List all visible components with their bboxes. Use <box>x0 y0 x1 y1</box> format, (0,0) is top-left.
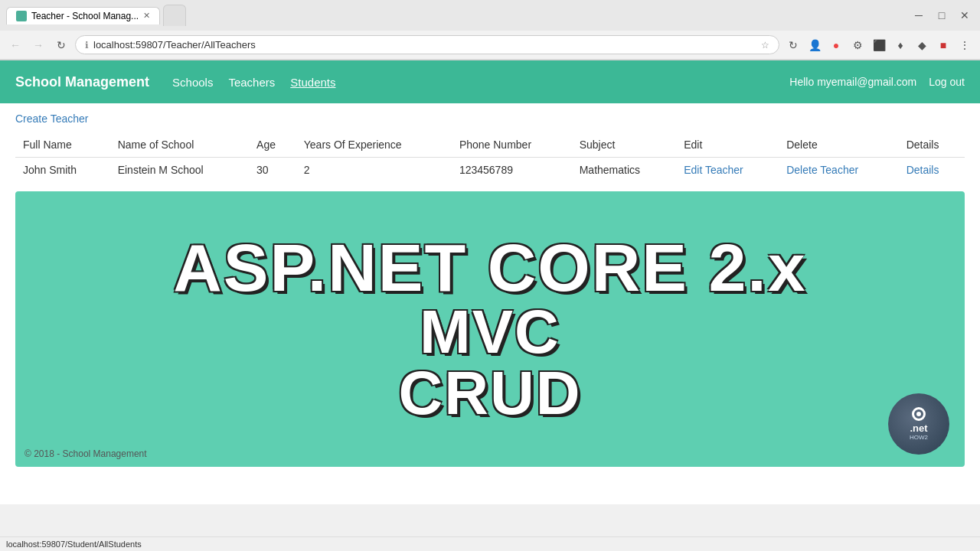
menu-icon[interactable]: ⋮ <box>956 36 974 54</box>
addon2-icon[interactable]: ⚙ <box>848 36 867 54</box>
tab-close-button[interactable]: ✕ <box>143 11 150 21</box>
banner-line1: ASP.NET CORE 2.x <box>173 234 807 302</box>
details-link[interactable]: Details <box>906 164 939 176</box>
table-row: John Smith Einstein M School 30 2 123456… <box>15 158 965 183</box>
table-header-row: Full Name Name of School Age Years Of Ex… <box>15 132 965 158</box>
extensions-icon[interactable]: ↻ <box>784 36 802 54</box>
cell-subject: Mathematics <box>572 158 676 183</box>
tab-favicon <box>16 11 27 21</box>
cell-delete: Delete Teacher <box>779 158 898 183</box>
nav-schools[interactable]: Schools <box>172 71 213 93</box>
browser-tab[interactable]: Teacher - School Manag... ✕ <box>6 7 160 24</box>
navbar-brand: School Management <box>15 74 149 90</box>
cell-fullname: John Smith <box>15 158 110 183</box>
address-bar-icon: ℹ <box>85 40 89 51</box>
col-delete: Delete <box>779 132 898 158</box>
logo-sub: HOW2 <box>910 434 928 441</box>
forward-button[interactable]: → <box>29 36 47 54</box>
new-tab-button[interactable] <box>163 5 186 26</box>
toolbar-icons: ↻ 👤 ● ⚙ ⬛ ♦ ◆ ■ ⋮ <box>784 36 974 54</box>
banner-line3: CRUD <box>398 363 581 424</box>
col-subject: Subject <box>572 132 676 158</box>
app-page: School Management Schools Teachers Stude… <box>0 60 980 504</box>
cell-phone: 123456789 <box>452 158 572 183</box>
cell-school: Einstein M School <box>110 158 249 183</box>
content-area: Create Teacher Full Name Name of School … <box>0 103 980 191</box>
banner-footer: © 2018 - School Management <box>24 448 147 459</box>
edit-teacher-link[interactable]: Edit Teacher <box>684 164 743 176</box>
addon1-icon[interactable]: ● <box>827 36 845 54</box>
bookmark-icon[interactable]: ☆ <box>761 40 769 51</box>
navbar-links: Schools Teachers Students <box>172 71 789 93</box>
addon4-icon[interactable]: ♦ <box>891 36 910 54</box>
address-bar[interactable]: ℹ localhost:59807/Teacher/AllTeachers ☆ <box>75 35 779 54</box>
tab-title: Teacher - School Manag... <box>31 11 139 21</box>
cell-details: Details <box>899 158 965 183</box>
addon3-icon[interactable]: ⬛ <box>870 36 888 54</box>
nav-students[interactable]: Students <box>290 71 335 93</box>
addon6-icon[interactable]: ■ <box>934 36 952 54</box>
user-greeting: Hello myemail@gmail.com <box>789 76 916 88</box>
logo-dot-icon <box>912 407 926 421</box>
nav-teachers[interactable]: Teachers <box>228 71 275 93</box>
close-window-button[interactable]: ✕ <box>956 6 974 24</box>
maximize-button[interactable]: □ <box>933 6 951 24</box>
banner-logo: .net HOW2 <box>888 393 949 455</box>
banner-line2: MVC <box>420 302 560 363</box>
browser-chrome: Teacher - School Manag... ✕ ─ □ ✕ ← → ↻ … <box>0 0 980 60</box>
back-button[interactable]: ← <box>6 36 24 54</box>
refresh-button[interactable]: ↻ <box>52 36 70 54</box>
col-age: Age <box>249 132 296 158</box>
cell-edit: Edit Teacher <box>676 158 779 183</box>
browser-toolbar: ← → ↻ ℹ localhost:59807/Teacher/AllTeach… <box>0 31 980 60</box>
teachers-table: Full Name Name of School Age Years Of Ex… <box>15 132 965 182</box>
navbar: School Management Schools Teachers Stude… <box>0 60 980 103</box>
logo-text: .net <box>910 422 927 434</box>
user-icon[interactable]: 👤 <box>805 36 824 54</box>
minimize-button[interactable]: ─ <box>910 6 928 24</box>
create-teacher-link[interactable]: Create Teacher <box>15 112 88 125</box>
navbar-right: Hello myemail@gmail.com Log out <box>789 76 965 88</box>
address-text: localhost:59807/Teacher/AllTeachers <box>93 39 756 51</box>
browser-title-bar: Teacher - School Manag... ✕ ─ □ ✕ <box>0 0 980 31</box>
col-edit: Edit <box>676 132 779 158</box>
col-details: Details <box>899 132 965 158</box>
addon5-icon[interactable]: ◆ <box>913 36 931 54</box>
logout-link[interactable]: Log out <box>929 76 965 88</box>
banner-image: ASP.NET CORE 2.x MVC CRUD © 2018 - Schoo… <box>15 191 965 467</box>
col-school: Name of School <box>110 132 249 158</box>
cell-age: 30 <box>249 158 296 183</box>
cell-experience: 2 <box>296 158 452 183</box>
col-experience: Years Of Experience <box>296 132 452 158</box>
col-fullname: Full Name <box>15 132 110 158</box>
col-phone: Phone Number <box>452 132 572 158</box>
delete-teacher-link[interactable]: Delete Teacher <box>786 164 858 176</box>
